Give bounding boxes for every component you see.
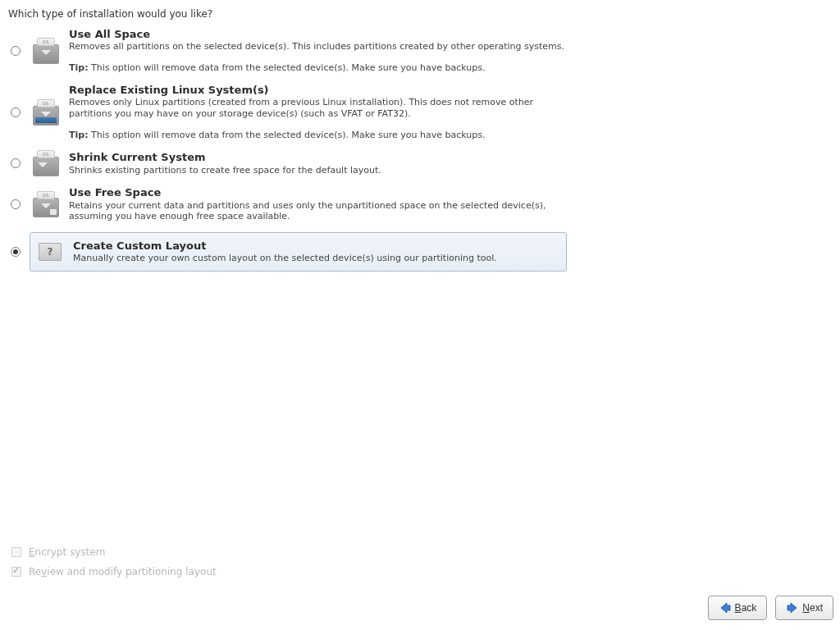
replace-linux-icon: OS [30, 99, 62, 126]
option-tip: Tip: This option will remove data from t… [69, 130, 569, 141]
option-desc: Removes only Linux partitions (created f… [69, 97, 569, 120]
encrypt-system-row: Encrypt system [8, 545, 217, 559]
option-desc: Shrinks existing partitions to create fr… [69, 165, 381, 176]
svg-marker-1 [788, 603, 797, 613]
option-free-space[interactable]: OS Use Free Space Retains your current d… [8, 186, 832, 222]
svg-marker-0 [721, 603, 730, 613]
back-button[interactable]: Back [708, 596, 768, 620]
bottom-options: Encrypt system Review and modify partiti… [8, 545, 217, 579]
option-desc: Manually create your own custom layout o… [73, 253, 497, 264]
page-heading: Which type of installation would you lik… [8, 8, 832, 20]
option-title: Shrink Current System [69, 151, 381, 164]
use-all-space-icon: OS [30, 38, 62, 64]
review-checkbox [11, 567, 21, 577]
review-layout-row: Review and modify partitioning layout [8, 564, 217, 579]
option-desc: Removes all partitions on the selected d… [69, 41, 564, 52]
option-title: Use Free Space [69, 186, 569, 199]
option-tip: Tip: This option will remove data from t… [69, 62, 564, 74]
encrypt-label: Encrypt system [29, 546, 105, 558]
navigation-buttons: Back Next [708, 596, 833, 620]
option-replace-linux[interactable]: OS Replace Existing Linux System(s) Remo… [8, 84, 832, 141]
option-use-all-space[interactable]: OS Use All Space Removes all partitions … [8, 28, 832, 74]
radio-shrink[interactable] [11, 158, 21, 168]
free-space-icon: OS [30, 191, 62, 217]
option-title: Create Custom Layout [73, 240, 497, 253]
option-shrink[interactable]: OS Shrink Current System Shrinks existin… [8, 150, 832, 176]
install-type-options: OS Use All Space Removes all partitions … [8, 28, 832, 272]
encrypt-checkbox [11, 547, 21, 557]
custom-layout-panel: ? Create Custom Layout Manually create y… [30, 232, 567, 272]
option-desc: Retains your current data and partitions… [69, 200, 569, 223]
radio-use-all-space[interactable] [11, 46, 21, 56]
radio-free-space[interactable] [11, 199, 21, 209]
radio-replace-linux[interactable] [11, 107, 21, 117]
review-label: Review and modify partitioning layout [29, 566, 217, 578]
next-button[interactable]: Next [775, 596, 833, 620]
option-title: Replace Existing Linux System(s) [69, 84, 569, 97]
arrow-right-icon [786, 601, 799, 614]
option-custom-layout[interactable]: ? Create Custom Layout Manually create y… [8, 232, 832, 272]
radio-custom-layout[interactable] [11, 247, 21, 257]
shrink-icon: OS [30, 150, 62, 176]
question-icon: ? [39, 243, 62, 261]
option-title: Use All Space [69, 28, 564, 41]
arrow-left-icon [719, 601, 732, 614]
